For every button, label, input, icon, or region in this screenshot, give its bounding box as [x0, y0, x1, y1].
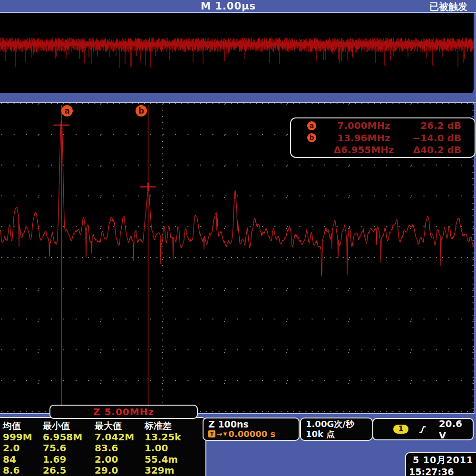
zoom-timebase-box: Z 100ns T → ▼ 0.00000 s: [203, 418, 300, 441]
meas-cell: 999M: [3, 431, 43, 443]
meas-cell: 1.00: [145, 442, 197, 454]
cursor-delta-level: Δ40.2 dB: [403, 144, 475, 155]
meas-cell: 26.5: [43, 465, 95, 476]
cursor-b-badge: b: [136, 105, 147, 117]
oscilloscope-screen: M 1.00µs 已被触发 a b a 7.000MHz 26.2 dB b 1…: [0, 0, 476, 476]
meas-cell: 29.0: [95, 465, 145, 476]
meas-cell: 84: [3, 454, 43, 465]
meas-cell: 83.6: [95, 442, 145, 454]
meas-header-min: 最小值: [43, 420, 95, 431]
cursor-a-frequency: 7.000MHz: [324, 120, 403, 131]
time-domain-window: [0, 13, 476, 93]
cursor-readout-box: a 7.000MHz 26.2 dB b 13.96MHz −14.0 dB Δ…: [290, 117, 476, 158]
cursor-b-row: b 13.96MHz −14.0 dB: [291, 132, 475, 144]
cursor-b-frequency: 13.96MHz: [324, 132, 403, 144]
arrow-right-icon: →: [216, 430, 223, 438]
meas-cell: 6.958M: [43, 431, 95, 443]
date-readout: 5 10月2011: [406, 453, 476, 466]
sample-rate-readout: 1.00G次/秒: [306, 419, 372, 429]
cursor-a-badge: a: [61, 105, 73, 117]
meas-cell: 1.69: [43, 454, 95, 465]
trigger-level-readout: 20.6 V: [439, 418, 473, 441]
cursor-b-level: −14.0 dB: [403, 132, 475, 144]
cursor-delta-frequency: Δ6.955MHz: [324, 144, 403, 155]
trigger-source-box: 1 20.6 V: [372, 418, 474, 440]
window-separator-band: [0, 93, 476, 103]
main-timebase-readout: M 1.00µs: [0, 0, 457, 12]
triangle-down-icon: ▼: [223, 431, 227, 437]
meas-cell: 329m: [145, 465, 197, 476]
channel-1-badge: 1: [393, 425, 408, 434]
cursor-b-icon: b: [307, 133, 316, 142]
cursor-delta-row: Δ6.955MHz Δ40.2 dB: [291, 144, 475, 155]
meas-cell: 13.25k: [145, 431, 197, 443]
meas-cell: 8.6: [3, 465, 43, 476]
trigger-t-icon: T: [208, 430, 215, 437]
time-domain-trace: [0, 13, 474, 93]
cursor-a-level: 26.2 dB: [403, 120, 475, 131]
measurement-table: 均值 最小值 最大值 标准差 999M 6.958M 7.042M 13.25k…: [0, 417, 206, 476]
meas-cell: 7.042M: [95, 431, 145, 443]
trigger-status-text: 已被触发: [429, 0, 467, 13]
zoom-timebase-readout: Z 100ns: [208, 419, 299, 429]
top-status-bar: M 1.00µs 已被触发: [0, 0, 476, 13]
cursor-a-icon: a: [307, 121, 316, 130]
time-readout: 15:27:36: [406, 466, 476, 476]
meas-header-stddev: 标准差: [145, 420, 197, 431]
meas-cell: 55.4m: [145, 454, 197, 465]
meas-header-mean: 均值: [3, 420, 43, 431]
meas-cell: 2.0: [3, 442, 43, 454]
meas-cell: 2.00: [95, 454, 145, 465]
meas-cell: 75.6: [43, 442, 95, 454]
meas-header-max: 最大值: [95, 420, 145, 431]
trigger-position-readout: 0.00000 s: [228, 429, 275, 439]
cursor-a-row: a 7.000MHz 26.2 dB: [291, 120, 475, 131]
rising-edge-icon: [419, 425, 427, 434]
fft-scale-readout: Z 5.00MHz: [49, 405, 198, 419]
datetime-box: 5 10月2011 15:27:36: [405, 452, 476, 476]
record-length-readout: 10k 点: [306, 429, 372, 439]
acquisition-box: 1.00G次/秒 10k 点: [300, 418, 373, 441]
